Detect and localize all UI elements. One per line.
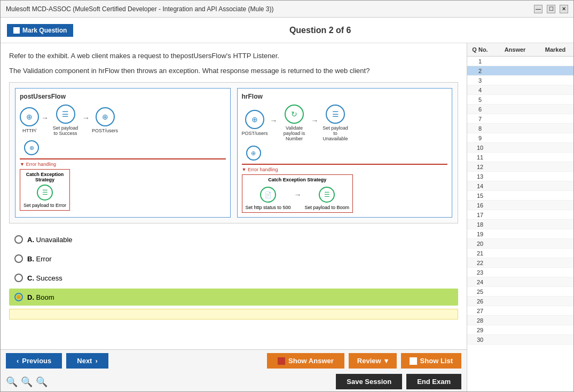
row-number: 30 (469, 337, 491, 343)
row-number: 17 (469, 212, 491, 218)
row-number: 29 (469, 327, 491, 333)
list-item[interactable]: 10 (467, 143, 573, 153)
list-item[interactable]: 5 (467, 95, 573, 105)
row-number: 4 (469, 87, 491, 93)
post-users-label: POST/users (92, 128, 118, 133)
row-number: 27 (469, 308, 491, 314)
flow1-catch-label: Set payload to Error (23, 203, 66, 208)
list-item[interactable]: 20 (467, 239, 573, 249)
list-item[interactable]: 2 (467, 66, 573, 76)
row-number: 16 (469, 202, 491, 209)
option-c-text: C. Success (27, 274, 62, 282)
show-answer-button[interactable]: Show Answer (267, 353, 344, 369)
next-chevron: › (95, 357, 97, 365)
show-list-button[interactable]: ✓ Show List (401, 353, 461, 369)
list-item[interactable]: 6 (467, 105, 573, 114)
list-item[interactable]: 23 (467, 268, 573, 277)
mark-question-button[interactable]: Mark Question (7, 24, 73, 37)
list-item[interactable]: 1 (467, 57, 573, 66)
list-item[interactable]: 29 (467, 325, 573, 335)
arrow2: → (82, 114, 90, 122)
http-status-label: Set http status to 500 (246, 205, 291, 210)
next-button[interactable]: Next › (66, 353, 108, 369)
window-title: Mulesoft MCD-ASSOC (MuleSoft Certified D… (6, 5, 274, 13)
row-number: 14 (469, 183, 491, 189)
sidebar-list[interactable]: 1234567891011121314151617181920212223242… (467, 57, 573, 391)
previous-label: Previous (22, 357, 51, 365)
option-b[interactable]: B. Error (9, 250, 458, 267)
zoom-in-button[interactable]: 🔍 (6, 376, 18, 388)
bottom-buttons: ‹ Previous Next › Show Answer Review ▾ (1, 349, 467, 391)
list-item[interactable]: 14 (467, 181, 573, 191)
row-number: 21 (469, 250, 491, 257)
list-item[interactable]: 17 (467, 210, 573, 220)
set-unavailable-label: Set payload to Unavailable (321, 125, 350, 141)
list-item[interactable]: 12 (467, 162, 573, 172)
list-item[interactable]: 3 (467, 76, 573, 85)
previous-button[interactable]: ‹ Previous (6, 353, 62, 369)
save-session-button[interactable]: Save Session (336, 374, 402, 389)
question-text-1: Refer to the exhibit. A web client makes… (9, 51, 458, 61)
list-item[interactable]: 13 (467, 172, 573, 181)
row-number: 3 (469, 77, 491, 84)
http-label: HTTP/ (22, 128, 36, 133)
list-item[interactable]: 25 (467, 287, 573, 297)
post-users2-label: POST/users (242, 131, 268, 136)
zoom-out-button[interactable]: 🔍 (36, 376, 48, 388)
flow2-error-section: ▼ Error handling Catch Exception Strateg… (242, 164, 448, 213)
list-item[interactable]: 24 (467, 277, 573, 287)
zoom-reset-button[interactable]: 🔍 (21, 376, 33, 388)
minimize-button[interactable]: — (534, 5, 542, 13)
list-item[interactable]: 30 (467, 335, 573, 345)
option-d[interactable]: D. Boom (9, 289, 458, 306)
list-item[interactable]: 11 (467, 153, 573, 162)
next-label: Next (77, 357, 92, 365)
radio-d-inner (17, 295, 21, 299)
option-b-text: B. Error (27, 255, 52, 263)
list-item[interactable]: 27 (467, 306, 573, 316)
list-item[interactable]: 28 (467, 316, 573, 325)
save-session-label: Save Session (347, 378, 391, 386)
option-c[interactable]: C. Success (9, 269, 458, 286)
answer-options: A. Unavailable B. Error C. Success (9, 231, 458, 306)
end-exam-button[interactable]: End Exam (406, 374, 461, 389)
set-unavailable-icon: ☰ (326, 105, 345, 124)
window-controls: — ☐ ✕ (534, 5, 568, 13)
list-item[interactable]: 19 (467, 229, 573, 239)
title-bar: Mulesoft MCD-ASSOC (MuleSoft Certified D… (1, 1, 573, 18)
flow1-nodes: ⊕ HTTP/ → ☰ Set payload to Success → ⊕ (20, 105, 226, 136)
row-number: 22 (469, 260, 491, 266)
row-number: 24 (469, 279, 491, 285)
option-d-text: D. Boom (27, 293, 54, 301)
show-answer-label: Show Answer (288, 357, 334, 365)
flow1-error-label: ▼ Error handling (20, 162, 226, 167)
maximize-button[interactable]: ☐ (547, 5, 555, 13)
list-item[interactable]: 22 (467, 258, 573, 268)
list-item[interactable]: 8 (467, 124, 573, 133)
list-item[interactable]: 4 (467, 85, 573, 95)
flow2-title: hrFlow (242, 93, 448, 100)
list-item[interactable]: 21 (467, 249, 573, 258)
node-http: ⊕ HTTP/ (20, 107, 39, 133)
flow1-catch-box: Catch ExceptionStrategy ☰ Set payload to… (20, 169, 70, 211)
option-a[interactable]: A. Unavailable (9, 231, 458, 248)
row-number: 19 (469, 231, 491, 237)
row-number: 18 (469, 221, 491, 228)
close-button[interactable]: ✕ (560, 5, 568, 13)
main-panel: Refer to the exhibit. A web client makes… (1, 43, 467, 391)
set-boom-icon: ☰ (319, 187, 335, 203)
list-item[interactable]: 26 (467, 297, 573, 306)
list-item[interactable]: 7 (467, 114, 573, 124)
list-item[interactable]: 16 (467, 201, 573, 210)
row-number: 12 (469, 164, 491, 170)
node-set-boom: ☰ Set payload to Boom (305, 185, 350, 210)
list-item[interactable]: 15 (467, 191, 573, 201)
col-answer: Answer (491, 46, 539, 53)
node-http-status: 📄 Set http status to 500 (246, 185, 291, 210)
list-item[interactable]: 18 (467, 220, 573, 229)
set-payload-label: Set payload to Success (51, 125, 80, 136)
list-item[interactable]: 9 (467, 133, 573, 143)
flow1-catch-node: ☰ (37, 185, 53, 201)
show-answer-icon (278, 357, 285, 365)
review-button[interactable]: Review ▾ (349, 353, 397, 369)
